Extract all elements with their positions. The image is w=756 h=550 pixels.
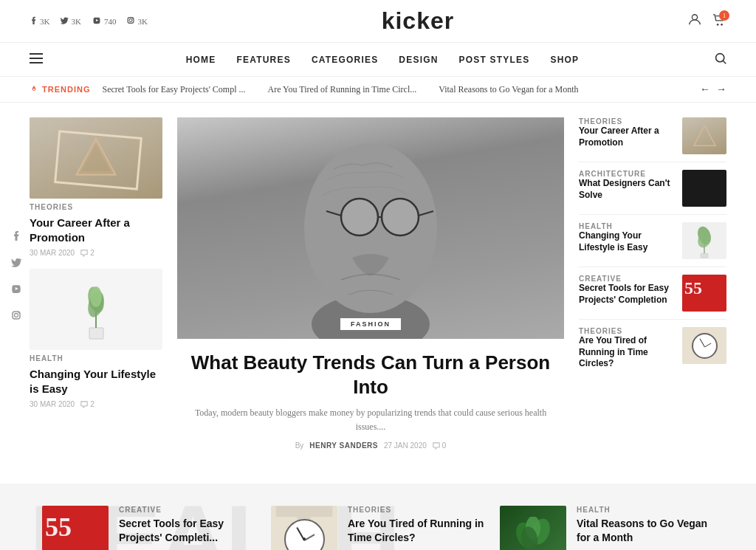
svg-point-12: [716, 53, 724, 61]
bottom-card-2-info: HEALTH Vital Reasons to Go Vegan for a M…: [577, 506, 714, 543]
hero-author-line: By HENRY SANDERS 27 JAN 2020 0: [185, 441, 557, 450]
trending-next-button[interactable]: →: [716, 83, 726, 95]
svg-point-5: [132, 18, 133, 18]
trending-bar: TRENDING Secret Tools for Easy Projects'…: [0, 77, 756, 103]
fire-icon: [30, 85, 38, 94]
right-article-3-thumb[interactable]: 55: [682, 275, 726, 312]
right-article-0-title[interactable]: Your Career After a Promotion: [579, 126, 675, 148]
right-article-2-title[interactable]: Changing Your Lifestyle is Easy: [579, 230, 675, 253]
svg-marker-28: [693, 125, 715, 145]
right-article-2-thumb[interactable]: [682, 222, 726, 259]
right-article-4-title[interactable]: Are You Tired of Running in Time Circles…: [579, 335, 675, 370]
floating-facebook-icon[interactable]: [7, 227, 25, 244]
left-article-0-title[interactable]: Your Career After a Promotion: [30, 216, 162, 244]
right-article-0-thumb[interactable]: [682, 117, 726, 154]
left-article-1-image[interactable]: [30, 269, 162, 350]
nav-shop[interactable]: SHOP: [550, 55, 579, 65]
navigation-bar: HOME FEATURES CATEGORIES DESIGN POST STY…: [0, 43, 756, 77]
nav-features[interactable]: FEATURES: [237, 55, 291, 65]
trending-navigation: ← →: [700, 83, 726, 95]
hamburger-menu-button[interactable]: [30, 52, 43, 67]
bottom-card-2-title[interactable]: Vital Reasons to Go Vegan for a Month: [577, 517, 714, 543]
bottom-cards-list: 55 CREATIVE Secret Tools for Easy Projec…: [30, 506, 726, 550]
user-icon[interactable]: [688, 13, 701, 30]
right-article-4-thumb[interactable]: [682, 327, 726, 364]
top-action-icons: 1: [688, 13, 726, 30]
svg-point-4: [129, 19, 132, 22]
svg-point-1: [15, 313, 18, 317]
bottom-card-0-title[interactable]: Secret Tools for Easy Projects' Completi…: [119, 517, 256, 543]
triangle-graphic: [74, 136, 118, 180]
trending-item-1[interactable]: Are You Tired of Running in Time Circl..…: [268, 84, 417, 95]
right-article-4-category: THEORIES: [579, 327, 675, 335]
hero-author-name[interactable]: HENRY SANDERS: [309, 441, 378, 450]
trending-label: TRENDING: [30, 85, 90, 94]
floating-social-bar: [7, 227, 25, 324]
cart-icon-wrapper[interactable]: 1: [712, 13, 726, 30]
bottom-card-1-image[interactable]: [271, 506, 337, 550]
nav-links-group: HOME FEATURES CATEGORIES DESIGN POST STY…: [65, 55, 700, 65]
trending-items-list: Secret Tools for Easy Projects' Compl ..…: [102, 84, 688, 95]
youtube-count: 740: [104, 17, 117, 26]
nav-categories[interactable]: CATEGORIES: [312, 55, 378, 65]
nav-design[interactable]: DESIGN: [399, 55, 438, 65]
nav-post-styles[interactable]: POST STYLES: [459, 55, 530, 65]
floating-instagram-icon[interactable]: [7, 306, 25, 324]
instagram-count: 3K: [137, 17, 147, 26]
trending-prev-button[interactable]: ←: [700, 83, 710, 95]
bottom-card-1-category: THEORIES: [348, 506, 485, 514]
left-article-0-date: 30 MAR 2020: [30, 249, 75, 257]
right-article-2-category: HEALTH: [579, 222, 675, 230]
svg-point-23: [341, 199, 378, 236]
right-article-0-info: THEORIES Your Career After a Promotion: [579, 117, 675, 148]
trending-item-2[interactable]: Vital Reasons to Go Vegan for a Month: [439, 84, 578, 95]
right-article-0: THEORIES Your Career After a Promotion: [579, 117, 726, 162]
svg-marker-14: [77, 139, 116, 175]
left-article-0-category: THEORIES: [30, 203, 162, 211]
svg-point-24: [382, 199, 419, 236]
bottom-card-0: 55 CREATIVE Secret Tools for Easy Projec…: [42, 506, 256, 550]
left-article-1: HEALTH Changing Your Lifestyle is Easy 3…: [30, 269, 162, 408]
left-article-0-image[interactable]: [30, 117, 162, 199]
left-article-1-meta: 30 MAR 2020 2: [30, 400, 162, 408]
facebook-count: 3K: [40, 17, 49, 26]
nav-home[interactable]: HOME: [186, 55, 216, 65]
twitter-count: 3K: [71, 17, 80, 26]
bottom-card-2-image[interactable]: [500, 506, 566, 550]
floating-twitter-icon[interactable]: [7, 253, 25, 271]
bottom-section: HEALTH 55 CREATIVE Secret Tools for Easy…: [0, 484, 756, 550]
hero-image[interactable]: FASHION: [177, 117, 564, 339]
bottom-card-1-title[interactable]: Are You Tired of Running in Time Circles…: [348, 517, 485, 543]
trending-item-0[interactable]: Secret Tools for Easy Projects' Compl ..…: [102, 84, 245, 95]
bottom-card-0-image[interactable]: 55: [42, 506, 109, 550]
right-article-1-info: ARCHITECTURE What Designers Can't Solve: [579, 170, 675, 201]
left-article-0-meta: 30 MAR 2020 2: [30, 249, 162, 257]
bottom-card-0-info: CREATIVE Secret Tools for Easy Projects'…: [119, 506, 256, 543]
cart-count-badge: 1: [719, 10, 729, 21]
left-article-1-date: 30 MAR 2020: [30, 400, 75, 408]
facebook-social[interactable]: 3K: [30, 16, 49, 26]
right-article-2-info: HEALTH Changing Your Lifestyle is Easy: [579, 222, 675, 253]
right-article-3-title[interactable]: Secret Tools for Easy Projects' Completi…: [579, 283, 675, 306]
svg-rect-16: [89, 328, 103, 339]
hero-person-graphic: [245, 117, 496, 339]
youtube-social[interactable]: 740: [92, 16, 117, 26]
svg-point-7: [717, 23, 719, 25]
right-article-4-info: THEORIES Are You Tired of Running in Tim…: [579, 327, 675, 370]
right-article-1-thumb[interactable]: [682, 170, 726, 207]
comment-icon-1: 2: [80, 400, 94, 408]
bottom-cards-wrapper: HEALTH 55 CREATIVE Secret Tools for Easy…: [30, 506, 726, 550]
right-article-1: ARCHITECTURE What Designers Can't Solve: [579, 162, 726, 215]
site-logo[interactable]: kicker: [382, 7, 455, 35]
floating-youtube-icon[interactable]: [7, 280, 25, 298]
right-article-0-category: THEORIES: [579, 117, 675, 126]
instagram-social[interactable]: 3K: [126, 16, 147, 26]
right-article-1-title[interactable]: What Designers Can't Solve: [579, 178, 675, 201]
search-button[interactable]: [715, 52, 726, 67]
svg-point-2: [18, 312, 19, 314]
twitter-social[interactable]: 3K: [60, 16, 80, 26]
hero-title[interactable]: What Beauty Trends Can Turn a Person Int…: [185, 351, 557, 399]
left-article-1-title[interactable]: Changing Your Lifestyle is Easy: [30, 367, 162, 396]
right-article-3-info: CREATIVE Secret Tools for Easy Projects'…: [579, 275, 675, 306]
svg-point-6: [692, 15, 697, 20]
